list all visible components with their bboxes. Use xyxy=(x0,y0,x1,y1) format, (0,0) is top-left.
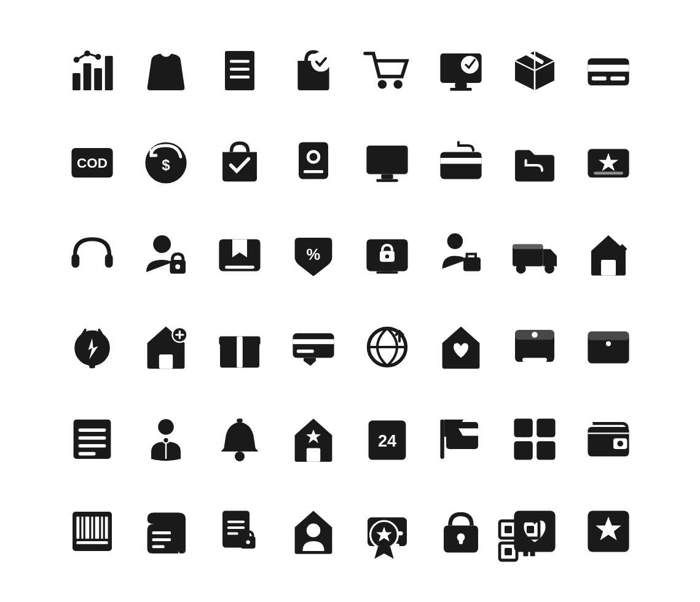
svg-rect-140 xyxy=(505,526,512,533)
user-lock-icon xyxy=(132,212,200,298)
svg-rect-21 xyxy=(588,58,629,85)
svg-text:24: 24 xyxy=(377,431,396,450)
bookmark-card-icon xyxy=(206,212,273,298)
analytics-icon xyxy=(58,28,126,114)
card-icon xyxy=(575,28,642,114)
refund-dollar-icon: $ xyxy=(132,120,200,206)
svg-point-31 xyxy=(309,153,317,161)
svg-rect-8 xyxy=(163,48,169,54)
svg-point-43 xyxy=(153,235,171,253)
svg-rect-34 xyxy=(381,174,393,179)
location-card-icon xyxy=(575,304,642,390)
svg-rect-2 xyxy=(94,68,102,90)
svg-point-53 xyxy=(385,254,388,258)
svg-rect-60 xyxy=(601,260,616,276)
svg-rect-109 xyxy=(91,517,93,539)
svg-text:COD: COD xyxy=(77,155,108,171)
scale-icon xyxy=(501,304,568,390)
svg-rect-32 xyxy=(304,170,323,173)
svg-rect-72 xyxy=(293,339,334,344)
svg-rect-24 xyxy=(610,77,625,80)
svg-rect-0 xyxy=(73,73,81,90)
svg-rect-99 xyxy=(537,418,555,437)
svg-rect-17 xyxy=(455,83,466,88)
svg-point-13 xyxy=(311,52,331,72)
svg-rect-97 xyxy=(440,420,444,459)
barcode-icon xyxy=(58,488,126,574)
star-card-icon xyxy=(575,120,642,206)
svg-rect-143 xyxy=(523,544,528,549)
store-add-icon xyxy=(132,304,200,390)
svg-rect-142 xyxy=(505,548,512,555)
grid-icon xyxy=(501,396,568,482)
card-chat-icon xyxy=(280,304,347,390)
svg-rect-144 xyxy=(530,544,535,549)
svg-point-89 xyxy=(235,452,245,461)
svg-rect-12 xyxy=(230,76,250,79)
svg-rect-10 xyxy=(230,60,250,63)
svg-rect-86 xyxy=(78,452,95,456)
svg-rect-77 xyxy=(522,358,547,362)
svg-point-78 xyxy=(532,332,538,338)
card-return-icon xyxy=(427,120,495,206)
svg-point-81 xyxy=(606,341,611,346)
shopping-bag-icon xyxy=(132,28,200,114)
svg-rect-36 xyxy=(440,152,481,179)
svg-rect-11 xyxy=(230,68,250,71)
svg-point-58 xyxy=(545,264,554,273)
svg-text:%: % xyxy=(306,246,320,263)
headset-icon xyxy=(58,212,126,298)
bell-icon xyxy=(206,396,273,482)
svg-rect-59 xyxy=(513,244,543,249)
svg-rect-42 xyxy=(104,254,112,267)
svg-rect-98 xyxy=(514,418,532,437)
svg-rect-18 xyxy=(450,88,471,91)
svg-rect-112 xyxy=(104,517,108,539)
box-icon xyxy=(501,28,568,114)
location-person-icon xyxy=(132,396,200,482)
svg-rect-84 xyxy=(78,436,106,440)
svg-rect-37 xyxy=(440,158,481,164)
svg-rect-3 xyxy=(104,56,112,90)
svg-rect-65 xyxy=(159,354,172,369)
wallet-icon xyxy=(575,396,642,482)
svg-rect-22 xyxy=(588,64,629,71)
svg-rect-33 xyxy=(366,146,407,174)
svg-point-57 xyxy=(516,264,525,273)
svg-rect-40 xyxy=(594,171,623,174)
svg-point-104 xyxy=(617,440,623,447)
svg-rect-145 xyxy=(523,552,528,557)
cod-icon: COD xyxy=(58,120,126,206)
monitor-icon xyxy=(353,120,421,206)
svg-rect-1 xyxy=(83,63,91,90)
svg-point-88 xyxy=(163,437,169,444)
store-heart-icon xyxy=(427,304,495,390)
24h-icon: 24 xyxy=(353,396,421,482)
qr-code-icon xyxy=(486,498,553,584)
svg-rect-83 xyxy=(78,428,106,432)
delivery-person-icon xyxy=(427,212,495,298)
svg-point-54 xyxy=(447,233,463,249)
alarm-bolt-icon xyxy=(58,304,126,390)
receipt-icon xyxy=(206,28,273,114)
lock-screen-icon xyxy=(353,212,421,298)
gift-icon xyxy=(206,304,273,390)
svg-rect-85 xyxy=(78,444,106,448)
svg-rect-106 xyxy=(76,517,79,539)
svg-rect-47 xyxy=(225,266,254,269)
svg-point-14 xyxy=(377,80,386,88)
svg-point-87 xyxy=(158,419,174,435)
delivery-truck-icon xyxy=(501,212,568,298)
bag-tick-icon xyxy=(206,120,273,206)
svg-rect-55 xyxy=(463,257,481,271)
svg-rect-71 xyxy=(293,334,334,358)
svg-rect-141 xyxy=(527,526,534,533)
svg-text:$: $ xyxy=(162,157,170,173)
discount-tag-icon: % xyxy=(280,212,347,298)
svg-rect-35 xyxy=(376,179,398,182)
global-refresh-icon xyxy=(353,304,421,390)
store-edit-icon xyxy=(575,212,642,298)
svg-rect-90 xyxy=(237,418,243,422)
svg-rect-41 xyxy=(71,254,79,267)
award-star-icon xyxy=(350,498,418,584)
